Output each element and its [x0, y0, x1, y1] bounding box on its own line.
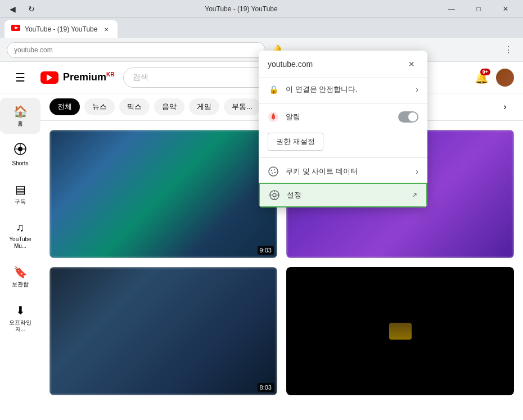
sidebar-ytmusic-label: YouTube Mu...	[4, 236, 36, 250]
lock-icon: 🔒	[268, 84, 279, 95]
video-duration-1: 9:03	[258, 246, 274, 255]
maximize-button[interactable]: □	[466, 0, 492, 18]
svg-rect-18	[270, 195, 272, 196]
sidebar-library-label: 보관함	[12, 281, 29, 288]
popup-close-button[interactable]: ✕	[405, 57, 418, 71]
browser-title: YouTube - (19) YouTube	[44, 5, 439, 13]
minimize-button[interactable]: —	[439, 0, 465, 18]
library-icon: 🔖	[13, 265, 28, 279]
svg-point-13	[272, 173, 273, 174]
back-button[interactable]: ◀	[4, 1, 20, 17]
video-card-3[interactable]: 8:03	[49, 267, 277, 395]
svg-point-10	[271, 170, 272, 171]
sidebar-subscriptions-label: 구독	[15, 198, 26, 205]
yt-logo-play-icon	[40, 71, 58, 84]
tab-label: YouTube - (19) YouTube	[25, 25, 97, 33]
popup-row-cookies[interactable]: 쿠키 및 사이트 데이터 ›	[259, 160, 427, 183]
address-url: youtube.com	[14, 46, 53, 54]
popup-divider-1	[259, 103, 427, 103]
video-duration-3: 8:03	[258, 383, 274, 392]
popup-divider-2	[259, 157, 427, 158]
notification-badge: 9+	[480, 69, 490, 75]
sidebar-item-subscriptions[interactable]: ▤ 구독	[0, 176, 40, 212]
popup-row-secure[interactable]: 🔒 이 연결은 안전합니다. ›	[259, 78, 427, 101]
sidebar-item-youtube-music[interactable]: ♫ YouTube Mu...	[0, 214, 40, 256]
notification-bell-icon	[268, 111, 279, 123]
svg-rect-16	[274, 191, 275, 192]
chip-music[interactable]: 음악	[154, 98, 184, 115]
chip-all[interactable]: 전체	[49, 98, 80, 115]
svg-rect-7	[273, 119, 274, 120]
close-button[interactable]: ✕	[493, 0, 519, 18]
refresh-button[interactable]: ↻	[24, 1, 39, 17]
popup-header: youtube.com ✕	[259, 51, 427, 78]
svg-point-15	[273, 193, 276, 197]
video-card-4[interactable]	[286, 267, 514, 395]
youtube-music-icon: ♫	[16, 221, 25, 234]
settings-gear-icon	[269, 189, 280, 201]
reset-permissions-button[interactable]: 권한 재설정	[268, 133, 323, 151]
browser-tab-bar: YouTube - (19) YouTube ✕	[0, 18, 523, 38]
popup-reset-container: 권한 재설정	[259, 128, 427, 155]
svg-point-9	[269, 167, 278, 176]
popup-notification-text: 알림	[286, 112, 391, 122]
premium-kr-badge: KR	[106, 71, 114, 78]
sidebar-home-label: 홈	[17, 120, 23, 127]
chip-news[interactable]: 뉴스	[84, 98, 115, 115]
cookie-icon	[268, 166, 279, 177]
svg-point-12	[274, 172, 276, 173]
sidebar-item-library[interactable]: 🔖 보관함	[0, 259, 40, 295]
yt-menu-icon[interactable]: ☰	[9, 66, 31, 89]
notification-toggle[interactable]	[398, 111, 418, 123]
svg-point-8	[273, 113, 274, 114]
shorts-icon	[14, 143, 26, 158]
browser-menu-button[interactable]: ⋮	[501, 42, 516, 58]
sidebar-item-offline[interactable]: ⬇ 오프라인 저...	[0, 297, 40, 340]
popup-row-notification[interactable]: 알림	[259, 106, 427, 128]
subscriptions-icon: ▤	[15, 183, 26, 196]
window-controls: — □ ✕	[439, 0, 519, 18]
sidebar-item-shorts[interactable]: Shorts	[0, 136, 40, 174]
popup-domain: youtube.com	[268, 60, 313, 69]
popup-secure-text: 이 연결은 안전합니다.	[286, 84, 409, 94]
sidebar-item-home[interactable]: 🏠 홈	[0, 98, 40, 134]
offline-icon: ⬇	[16, 304, 25, 317]
site-info-popup: youtube.com ✕ 🔒 이 연결은 안전합니다. › 알림 권한 재설정	[259, 51, 427, 207]
reset-permissions-label: 권한 재설정	[276, 137, 315, 147]
browser-titlebar: ◀ ↻ YouTube - (19) YouTube — □ ✕	[0, 0, 523, 18]
yt-header-right: 🔔 9+	[471, 67, 514, 88]
popup-secure-arrow: ›	[416, 85, 418, 94]
popup-cookies-arrow: ›	[416, 167, 418, 176]
yt-logo[interactable]: PremiumKR	[40, 71, 114, 84]
external-link-icon: ↗	[412, 191, 417, 199]
popup-settings-text: 설정	[287, 190, 405, 200]
chip-gaming[interactable]: 게임	[189, 98, 219, 115]
yt-logo-text: PremiumKR	[63, 71, 114, 83]
yt-sidebar: 🏠 홈 Shorts ▤ 구독 ♫	[0, 93, 40, 420]
video-thumbnail-3: 8:03	[49, 267, 277, 395]
sidebar-shorts-label: Shorts	[12, 160, 29, 167]
video-card-1[interactable]: 9:03	[49, 130, 277, 258]
tab-close-button[interactable]: ✕	[102, 25, 111, 34]
video-thumbnail-4	[286, 267, 514, 395]
search-placeholder: 검색	[133, 73, 148, 83]
video-thumbnail-1: 9:03	[49, 130, 277, 258]
home-icon: 🏠	[13, 105, 28, 118]
browser-tab[interactable]: YouTube - (19) YouTube ✕	[4, 20, 118, 38]
svg-rect-17	[274, 198, 275, 200]
popup-cookies-text: 쿠키 및 사이트 데이터	[286, 166, 409, 177]
address-input[interactable]: youtube.com	[7, 42, 265, 58]
sidebar-offline-label: 오프라인 저...	[4, 319, 36, 333]
svg-rect-19	[277, 195, 279, 196]
chip-real-estate[interactable]: 부동...	[224, 98, 260, 115]
popup-row-settings[interactable]: 설정 ↗	[259, 183, 427, 207]
svg-point-11	[274, 169, 275, 170]
browser-nav-buttons: ◀ ↻	[4, 1, 39, 17]
chips-more-button[interactable]: ›	[496, 98, 514, 116]
chip-mix[interactable]: 믹스	[119, 98, 150, 115]
yt-avatar[interactable]	[496, 69, 514, 87]
tab-favicon	[11, 25, 20, 34]
yt-notification-button[interactable]: 🔔 9+	[471, 67, 492, 88]
